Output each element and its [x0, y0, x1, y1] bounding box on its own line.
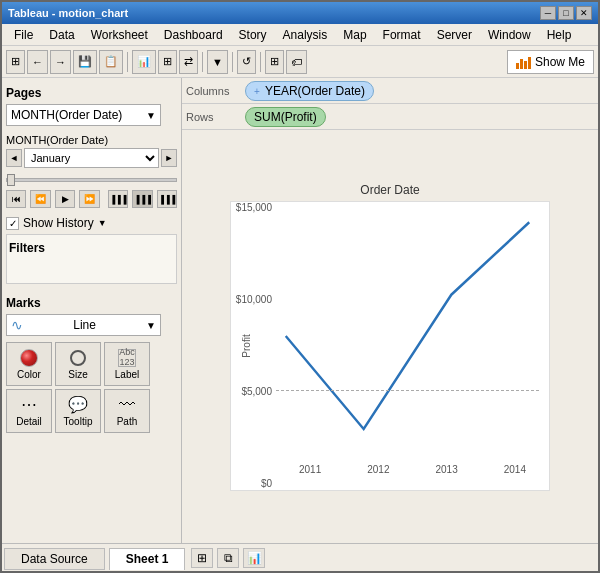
- marks-title: Marks: [6, 296, 177, 310]
- month-next-button[interactable]: ►: [161, 149, 177, 167]
- sheet1-tab[interactable]: Sheet 1: [109, 548, 186, 570]
- menu-window[interactable]: Window: [480, 26, 539, 44]
- toolbar-label-btn[interactable]: 🏷: [286, 50, 307, 74]
- y-axis: $15,000 $10,000 $5,000 $0: [231, 202, 276, 490]
- path-button[interactable]: 〰 Path: [104, 389, 150, 433]
- marks-type-label: Line: [73, 318, 96, 332]
- toolbar-forward-btn[interactable]: →: [50, 50, 71, 74]
- data-source-tab[interactable]: Data Source: [4, 548, 105, 570]
- play-button[interactable]: ▶: [55, 190, 75, 208]
- menu-map[interactable]: Map: [335, 26, 374, 44]
- month-label: MONTH(Order Date): [6, 134, 177, 146]
- month-prev-button[interactable]: ◄: [6, 149, 22, 167]
- detail-label: Detail: [16, 416, 42, 427]
- toolbar-fit-btn[interactable]: ⊞: [265, 50, 284, 74]
- detail-icon: ⋯: [21, 395, 37, 414]
- menu-data[interactable]: Data: [41, 26, 82, 44]
- chart-plot-area: [276, 212, 539, 460]
- menu-help[interactable]: Help: [539, 26, 580, 44]
- path-label: Path: [117, 416, 138, 427]
- line-type-icon: ∿: [11, 317, 23, 333]
- toolbar-swap-btn[interactable]: ⇄: [179, 50, 198, 74]
- line-chart-svg: [276, 212, 539, 460]
- menu-dashboard[interactable]: Dashboard: [156, 26, 231, 44]
- main-content: Pages MONTH(Order Date) ▼ MONTH(Order Da…: [2, 78, 598, 543]
- tooltip-button[interactable]: 💬 Tooltip: [55, 389, 101, 433]
- label-icon: Abc123: [118, 349, 136, 367]
- month-section: MONTH(Order Date) ◄ JanuaryFebruaryMarch…: [6, 134, 177, 168]
- show-me-button[interactable]: Show Me: [507, 50, 594, 74]
- pages-section: Pages MONTH(Order Date) ▼: [6, 82, 177, 126]
- title-bar: Tableau - motion_chart ─ □ ✕: [2, 2, 598, 24]
- tooltip-label: Tooltip: [64, 416, 93, 427]
- duplicate-sheet-button[interactable]: ⧉: [217, 548, 239, 568]
- y-label-15000: $15,000: [236, 202, 272, 213]
- slider-area: [6, 178, 177, 182]
- toolbar-sep2: [202, 52, 203, 72]
- color-button[interactable]: Color: [6, 342, 52, 386]
- toolbar-copy-btn[interactable]: 📋: [99, 50, 123, 74]
- rows-shelf-label: Rows: [186, 111, 241, 123]
- size-label: Size: [68, 369, 87, 380]
- x-axis: 2011 2012 2013 2014: [276, 460, 549, 490]
- pages-title: Pages: [6, 86, 177, 100]
- y-label-0: $0: [261, 478, 272, 489]
- toolbar-save-btn[interactable]: 💾: [73, 50, 97, 74]
- close-button[interactable]: ✕: [576, 6, 592, 20]
- y-label-5000: $5,000: [241, 386, 272, 397]
- marks-type-dropdown[interactable]: ∿ Line ▼: [6, 314, 161, 336]
- x-label-2012: 2012: [367, 464, 389, 475]
- menu-worksheet[interactable]: Worksheet: [83, 26, 156, 44]
- menu-analysis[interactable]: Analysis: [275, 26, 336, 44]
- columns-pill-value: YEAR(Order Date): [265, 84, 365, 98]
- marks-type-arrow-icon: ▼: [146, 320, 156, 331]
- toolbar: ⊞ ← → 💾 📋 📊 ⊞ ⇄ ▼ ↺ ⊞ 🏷 Show Me: [2, 46, 598, 78]
- toolbar-table-btn[interactable]: ⊞: [158, 50, 177, 74]
- toolbar-back-btn[interactable]: ←: [27, 50, 48, 74]
- show-history-dropdown-icon[interactable]: ▼: [98, 218, 107, 228]
- show-history-checkbox[interactable]: [6, 217, 19, 230]
- menu-file[interactable]: File: [6, 26, 41, 44]
- detail-button[interactable]: ⋯ Detail: [6, 389, 52, 433]
- month-label-text: MONTH(Order Date): [6, 134, 108, 146]
- speed-fast-button[interactable]: ▐▐▐: [157, 190, 177, 208]
- y-label-10000: $10,000: [236, 294, 272, 305]
- label-button[interactable]: Abc123 Label: [104, 342, 150, 386]
- data-source-tab-label: Data Source: [21, 552, 88, 566]
- app-window: Tableau - motion_chart ─ □ ✕ File Data W…: [0, 0, 600, 573]
- add-dashboard-button[interactable]: 📊: [243, 548, 265, 568]
- menu-story[interactable]: Story: [231, 26, 275, 44]
- columns-pill-icon: +: [254, 86, 260, 97]
- menu-format[interactable]: Format: [375, 26, 429, 44]
- toolbar-sep1: [127, 52, 128, 72]
- step-back-button[interactable]: ⏪: [30, 190, 50, 208]
- pages-dropdown[interactable]: MONTH(Order Date) ▼: [6, 104, 161, 126]
- tooltip-icon: 💬: [68, 395, 88, 414]
- size-button[interactable]: Size: [55, 342, 101, 386]
- minimize-button[interactable]: ─: [540, 6, 556, 20]
- step-forward-button[interactable]: ⏩: [79, 190, 99, 208]
- rows-pill[interactable]: SUM(Profit): [245, 107, 326, 127]
- month-select[interactable]: JanuaryFebruaryMarch AprilMayJune JulyAu…: [24, 148, 159, 168]
- columns-shelf: Columns + YEAR(Order Date): [182, 78, 598, 104]
- columns-pill[interactable]: + YEAR(Order Date): [245, 81, 374, 101]
- speed-med-button[interactable]: ▐▐▐: [132, 190, 152, 208]
- maximize-button[interactable]: □: [558, 6, 574, 20]
- speed-slow-button[interactable]: ▐▐▐: [108, 190, 128, 208]
- toolbar-grid-btn[interactable]: ⊞: [6, 50, 25, 74]
- timeline-slider[interactable]: [6, 178, 177, 182]
- marks-section: Marks ∿ Line ▼ Color Size: [6, 292, 177, 539]
- new-sheet-button[interactable]: ⊞: [191, 548, 213, 568]
- toolbar-chart-btn[interactable]: 📊: [132, 50, 156, 74]
- show-me-label: Show Me: [535, 55, 585, 69]
- bottom-icons: ⊞ ⧉ 📊: [191, 548, 265, 568]
- slider-thumb[interactable]: [7, 174, 15, 186]
- toolbar-filter-btn[interactable]: ▼: [207, 50, 228, 74]
- toolbar-refresh-btn[interactable]: ↺: [237, 50, 256, 74]
- rewind-button[interactable]: ⏮: [6, 190, 26, 208]
- x-label-2014: 2014: [504, 464, 526, 475]
- viz-area: Order Date $15,000 $10,000 $5,000 $0 Pro…: [182, 130, 598, 543]
- window-controls: ─ □ ✕: [540, 6, 592, 20]
- playback-controls: ⏮ ⏪ ▶ ⏩ ▐▐▐ ▐▐▐ ▐▐▐: [6, 190, 177, 208]
- menu-server[interactable]: Server: [429, 26, 480, 44]
